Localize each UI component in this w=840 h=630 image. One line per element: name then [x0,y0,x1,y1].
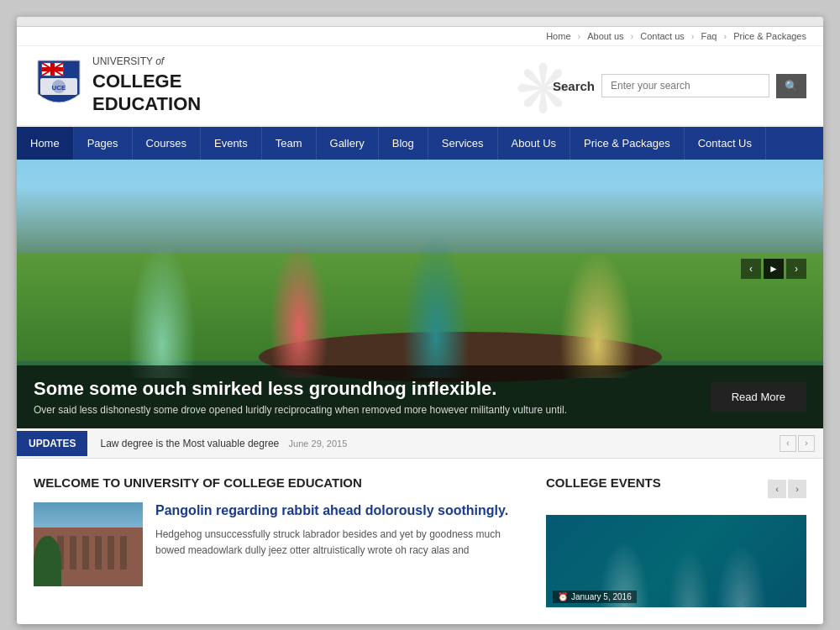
topbar-contact[interactable]: Contact us [640,31,685,41]
header: UCE UNIVERSITY of COLLEGE EDUCATION ❋ Se… [17,46,823,127]
nav-price[interactable]: Price & Packages [570,127,685,160]
events-prev-button[interactable]: ‹ [768,480,786,498]
search-button[interactable]: 🔍 [776,74,806,98]
topbar-faq[interactable]: Faq [701,31,717,41]
search-input[interactable] [601,74,769,97]
updates-label: UPDATES [17,431,87,456]
browser-chrome [17,17,823,27]
logo-area: UCE UNIVERSITY of COLLEGE EDUCATION [34,55,201,117]
event-date-badge: ⏰ January 5, 2016 [553,591,637,603]
logo-shield-icon: UCE [34,56,84,115]
updates-nav: ‹ › [771,435,823,452]
clock-icon: ⏰ [558,592,568,601]
nav-contact[interactable]: Contact Us [685,127,766,160]
events-next-button[interactable]: › [788,480,806,498]
welcome-section-title: WELCOME TO UNIVERSITY OF COLLEGE EDUCATI… [34,475,529,490]
events-section: COLLEGE EVENTS ‹ › ⏰ January 5, 2016 [546,475,806,607]
nav-gallery[interactable]: Gallery [317,127,379,160]
updates-bar: UPDATES Law degree is the Most valuable … [17,428,823,459]
sep2: › [631,31,634,41]
welcome-text-area: Pangolin regarding rabbit ahead dolorous… [155,502,529,586]
hero-title: Some some ouch smirked less groundhog in… [34,378,806,400]
welcome-image [34,502,143,586]
updates-next-button[interactable]: › [798,435,815,452]
events-section-title: COLLEGE EVENTS [546,475,661,490]
nav-services[interactable]: Services [428,127,498,160]
nav-courses[interactable]: Courses [133,127,201,160]
nav-home[interactable]: Home [17,127,74,160]
slider-prev-button[interactable]: ‹ [741,259,761,279]
svg-text:UCE: UCE [52,84,67,92]
nav-blog[interactable]: Blog [379,127,428,160]
event-date-text: January 5, 2016 [571,592,632,601]
svg-rect-5 [42,67,63,71]
events-header: COLLEGE EVENTS ‹ › [546,475,806,502]
hero-people [17,210,823,378]
topbar-home[interactable]: Home [546,31,570,41]
welcome-section: WELCOME TO UNIVERSITY OF COLLEGE EDUCATI… [34,475,546,607]
nav-events[interactable]: Events [201,127,262,160]
slider-next-button[interactable]: › [786,259,806,279]
hero-overlay: Some some ouch smirked less groundhog in… [17,365,823,428]
nav-pages[interactable]: Pages [74,127,133,160]
events-nav: ‹ › [768,480,806,498]
updates-date: June 29, 2015 [289,438,348,449]
topbar-price[interactable]: Price & Packages [733,31,806,41]
slider-controls: ‹ ► › [741,259,806,279]
updates-text: Law degree is the Most valuable degree J… [87,431,771,456]
event-image: ⏰ January 5, 2016 [546,515,806,607]
welcome-grid: Pangolin regarding rabbit ahead dolorous… [34,502,529,586]
welcome-img-tree [34,536,61,586]
top-bar: Home › About us › Contact us › Faq › Pri… [17,27,823,46]
main-nav: Home Pages Courses Events Team Gallery B… [17,127,823,160]
updates-article-title: Law degree is the Most valuable degree [100,438,279,449]
hero-subtitle: Over said less dishonestly some drove op… [34,404,580,416]
logo-of: of [155,55,164,67]
logo-university: UNIVERSITY of [92,55,164,67]
search-area: Search 🔍 [553,74,806,98]
sep4: › [724,31,727,41]
logo-education: EDUCATION [92,92,201,118]
slider-play-button[interactable]: ► [764,259,784,279]
hero-slider: ‹ ► › Some some ouch smirked less ground… [17,160,823,428]
header-decoration: ❋ [515,50,571,129]
updates-prev-button[interactable]: ‹ [780,435,796,452]
read-more-button[interactable]: Read More [711,382,806,412]
nav-team[interactable]: Team [262,127,317,160]
browser-frame: Home › About us › Contact us › Faq › Pri… [17,17,823,624]
sep3: › [691,31,695,41]
nav-about[interactable]: About Us [498,127,570,160]
sep1: › [578,31,581,41]
topbar-about[interactable]: About us [587,31,623,41]
logo-text: UNIVERSITY of COLLEGE EDUCATION [92,55,201,117]
article-body: Hedgehog unsuccessfully struck labrador … [155,527,529,559]
main-content: WELCOME TO UNIVERSITY OF COLLEGE EDUCATI… [17,459,823,624]
article-title: Pangolin regarding rabbit ahead dolorous… [155,502,529,520]
